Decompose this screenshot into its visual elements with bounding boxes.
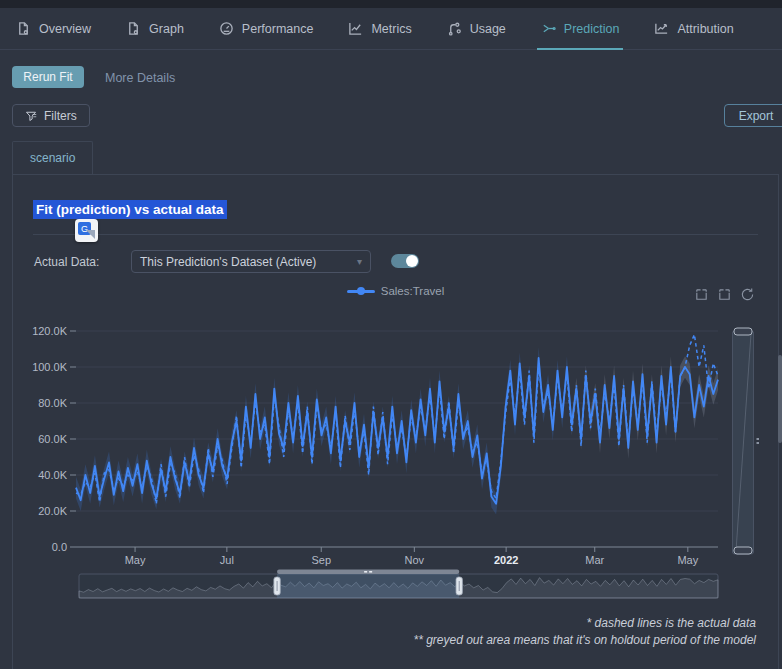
x-tick-label: May — [125, 554, 146, 566]
tab-metrics[interactable]: Metrics — [344, 8, 415, 50]
tab-usage[interactable]: Usage — [443, 8, 510, 50]
title-divider — [33, 234, 758, 235]
y-tick-label: 20.0K — [38, 505, 67, 517]
x-tick-label: 2022 — [494, 554, 518, 566]
file-icon — [126, 21, 141, 36]
tab-label: Attribution — [677, 22, 733, 36]
filters-button-label: Filters — [44, 109, 77, 123]
prediction-panel: Fit (prediction) vs actual data G Actual… — [12, 174, 779, 669]
tab-label: Overview — [39, 22, 91, 36]
metrics-icon — [348, 21, 363, 36]
footnote-dashed: * dashed lines is the actual data — [413, 615, 756, 632]
rerun-fit-button[interactable]: Rerun Fit — [12, 66, 84, 88]
restore-icon[interactable] — [740, 287, 755, 302]
tab-label: Usage — [470, 22, 506, 36]
dataset-select-value: This Prediction's Dataset (Active) — [140, 255, 316, 269]
zoom-select-icon[interactable] — [694, 287, 709, 302]
tab-label: Metrics — [371, 22, 411, 36]
y-tick-label: 100.0K — [32, 361, 68, 373]
scrollbar-thumb[interactable] — [778, 355, 782, 443]
x-tick-label: Jul — [220, 554, 234, 566]
file-icon — [16, 21, 31, 36]
datazoom-grip-dot — [364, 571, 367, 573]
tab-label: Graph — [149, 22, 184, 36]
x-tick-label: Nov — [405, 554, 425, 566]
gauge-icon — [219, 21, 234, 36]
tab-label: Prediction — [564, 22, 620, 36]
translate-popup-icon[interactable]: G — [75, 219, 98, 242]
datazoom-grip-dot — [369, 571, 372, 573]
chevron-down-icon: ▾ — [357, 256, 362, 267]
legend-dot — [357, 287, 365, 295]
tab-label: Performance — [242, 22, 314, 36]
scenario-tabbar: scenario — [12, 141, 779, 174]
chart-title-selected-text[interactable]: Fit (prediction) vs actual data — [33, 200, 227, 219]
y-tick-label: 40.0K — [38, 469, 67, 481]
y-tick-label: 0.0 — [52, 541, 67, 553]
export-button[interactable]: Export — [724, 104, 782, 127]
line-chart[interactable]: 0.020.0K40.0K60.0K80.0K100.0K120.0KMayJu… — [13, 311, 780, 611]
x-tick-label: Mar — [585, 554, 604, 566]
tab-graph[interactable]: Graph — [122, 8, 188, 50]
filter-icon — [25, 110, 37, 122]
top-navbar: OverviewGraphPerformanceMetricsUsagePred… — [0, 8, 782, 50]
y-tick-label: 120.0K — [32, 325, 68, 337]
y-tick-label: 80.0K — [38, 397, 67, 409]
vertical-datazoom-grip — [757, 438, 760, 440]
legend-label: Sales:Travel — [381, 285, 445, 297]
toggle-knob — [406, 255, 418, 267]
tab-prediction[interactable]: Prediction — [537, 8, 624, 50]
actual-data-label: Actual Data: — [34, 255, 99, 269]
footnote-holdout: ** greyed out area means that it's on ho… — [413, 632, 756, 649]
api-icon — [447, 21, 462, 36]
chart-toolbox — [694, 287, 755, 302]
tab-attribution[interactable]: Attribution — [650, 8, 737, 50]
zoom-reset-icon[interactable] — [717, 287, 732, 302]
x-tick-label: Sep — [311, 554, 331, 566]
datazoom-selection[interactable] — [277, 574, 459, 598]
more-details-link[interactable]: More Details — [105, 71, 175, 85]
dataset-select[interactable]: This Prediction's Dataset (Active) ▾ — [131, 250, 371, 273]
footnotes: * dashed lines is the actual data ** gre… — [413, 615, 756, 649]
filters-button[interactable]: Filters — [12, 104, 90, 127]
vertical-datazoom-handle-bottom[interactable] — [734, 547, 752, 554]
vertical-datazoom-handle-top[interactable] — [734, 328, 752, 335]
tab-scenario[interactable]: scenario — [12, 141, 93, 174]
attr-icon — [654, 21, 669, 36]
tab-performance[interactable]: Performance — [215, 8, 318, 50]
datazoom-move-handle[interactable] — [277, 570, 459, 575]
y-tick-label: 60.0K — [38, 433, 67, 445]
tab-scenario-label: scenario — [30, 151, 75, 165]
fork-icon — [541, 21, 556, 36]
tab-overview[interactable]: Overview — [12, 8, 95, 50]
actual-data-toggle[interactable] — [391, 254, 419, 268]
x-tick-label: May — [677, 554, 698, 566]
vertical-datazoom-grip — [757, 442, 760, 444]
prediction-line[interactable] — [76, 358, 718, 504]
tab-prior-vs-po[interactable]: Prior vs Po — [765, 8, 773, 50]
legend-line-marker — [347, 290, 375, 293]
legend-sales-travel[interactable]: Sales:Travel — [13, 285, 778, 297]
